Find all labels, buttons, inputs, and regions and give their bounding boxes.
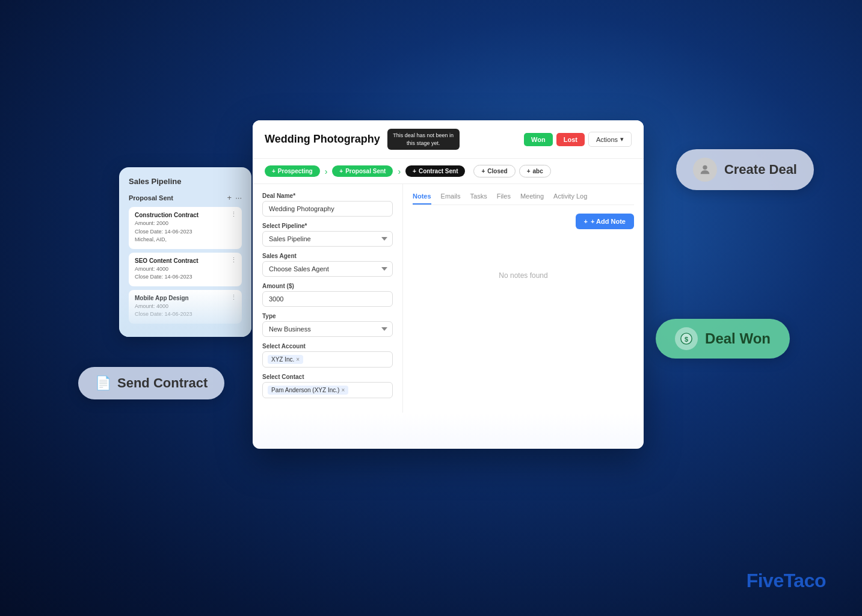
sales-agent-label: Sales Agent bbox=[262, 253, 393, 259]
amount-group: Amount ($) bbox=[262, 283, 393, 307]
svg-text:$: $ bbox=[685, 336, 688, 343]
sales-pipeline-card: Sales Pipeline Proposal Sent + ··· Const… bbox=[119, 167, 251, 337]
sales-pipeline-title: Sales Pipeline bbox=[129, 177, 242, 186]
contact-tag-label: Pam Anderson (XYZ Inc.) bbox=[271, 387, 339, 393]
deal-menu-icon[interactable]: ⋮ bbox=[230, 211, 237, 218]
sales-agent-select[interactable]: Choose Sales Agent bbox=[262, 261, 393, 277]
column-title: Proposal Sent bbox=[129, 194, 173, 202]
pipeline-steps: + Prospecting › + Proposal Sent › + Cont… bbox=[253, 159, 644, 184]
deal-name-group: Deal Name* bbox=[262, 192, 393, 217]
brand-name: FiveTaco bbox=[747, 570, 826, 591]
send-contract-bubble[interactable]: 📄 Send Contract bbox=[78, 367, 224, 399]
select-pipeline-group: Select Pipeline* Sales Pipeline bbox=[262, 223, 393, 247]
create-deal-avatar bbox=[693, 158, 717, 182]
actions-button[interactable]: Actions ▾ bbox=[588, 132, 632, 147]
deal-name: SEO Content Contract bbox=[135, 257, 236, 264]
contact-tag[interactable]: Pam Anderson (XYZ Inc.) × bbox=[268, 386, 348, 395]
deal-card[interactable]: Mobile App Design Amount: 4000 Close Dat… bbox=[129, 290, 242, 324]
deal-won-bubble[interactable]: $ Deal Won bbox=[656, 319, 790, 359]
tab-activity-log[interactable]: Activity Log bbox=[553, 192, 587, 205]
modal-header: Wedding Photography This deal has not be… bbox=[253, 120, 644, 159]
deal-meta: Amount: 2000 Close Date: 14-06-2023 Mich… bbox=[135, 220, 236, 244]
header-actions: Won Lost Actions ▾ bbox=[524, 132, 632, 147]
tab-meeting[interactable]: Meeting bbox=[520, 192, 544, 205]
account-tag-remove[interactable]: × bbox=[296, 356, 300, 363]
deal-name-input[interactable] bbox=[262, 201, 393, 217]
notes-tabs: Notes Emails Tasks Files Meeting Activit… bbox=[413, 192, 634, 205]
column-actions[interactable]: + ··· bbox=[227, 193, 242, 202]
modal-title: Wedding Photography bbox=[265, 133, 380, 146]
deal-won-label: Deal Won bbox=[705, 330, 771, 347]
select-contact-label: Select Contact bbox=[262, 374, 393, 380]
plus-icon: + bbox=[584, 218, 588, 225]
deal-name-label: Deal Name* bbox=[262, 192, 393, 199]
deal-card[interactable]: SEO Content Contract Amount: 4000 Close … bbox=[129, 253, 242, 286]
create-deal-label: Create Deal bbox=[724, 162, 797, 177]
svg-point-0 bbox=[703, 165, 707, 170]
select-account-input[interactable]: XYZ Inc. × bbox=[262, 351, 393, 368]
column-menu-icon[interactable]: ··· bbox=[235, 193, 242, 202]
add-deal-icon[interactable]: + bbox=[227, 193, 232, 202]
select-account-group: Select Account XYZ Inc. × bbox=[262, 343, 393, 368]
tab-files[interactable]: Files bbox=[497, 192, 511, 205]
select-pipeline-input[interactable]: Sales Pipeline bbox=[262, 231, 393, 247]
send-contract-label: Send Contract bbox=[117, 375, 208, 391]
amount-label: Amount ($) bbox=[262, 283, 393, 289]
modal-title-area: Wedding Photography This deal has not be… bbox=[265, 129, 460, 150]
tooltip-badge: This deal has not been in this stage yet… bbox=[387, 129, 460, 150]
add-note-button[interactable]: + + Add Note bbox=[576, 214, 634, 229]
deal-menu-icon[interactable]: ⋮ bbox=[230, 294, 237, 301]
step-arrow: › bbox=[325, 167, 328, 176]
tab-emails[interactable]: Emails bbox=[441, 192, 461, 205]
account-tag-label: XYZ Inc. bbox=[271, 356, 294, 363]
lost-button[interactable]: Lost bbox=[556, 133, 585, 146]
deal-form: Deal Name* Select Pipeline* Sales Pipeli… bbox=[253, 184, 403, 413]
won-button[interactable]: Won bbox=[524, 133, 553, 146]
crm-modal: Wedding Photography This deal has not be… bbox=[253, 120, 644, 449]
deal-name: Mobile App Design bbox=[135, 295, 236, 301]
account-tag[interactable]: XYZ Inc. × bbox=[268, 355, 303, 364]
chevron-down-icon: ▾ bbox=[620, 135, 624, 143]
select-contact-group: Select Contact Pam Anderson (XYZ Inc.) × bbox=[262, 374, 393, 398]
type-group: Type New Business bbox=[262, 313, 393, 337]
step-abc[interactable]: + abc bbox=[519, 165, 551, 177]
deal-name: Construction Contract bbox=[135, 212, 236, 218]
sales-agent-group: Sales Agent Choose Sales Agent bbox=[262, 253, 393, 277]
create-deal-bubble[interactable]: Create Deal bbox=[676, 149, 814, 190]
tab-notes[interactable]: Notes bbox=[413, 192, 431, 205]
deal-menu-icon[interactable]: ⋮ bbox=[230, 256, 237, 264]
modal-body: Deal Name* Select Pipeline* Sales Pipeli… bbox=[253, 184, 644, 413]
step-arrow: › bbox=[398, 167, 401, 176]
type-select[interactable]: New Business bbox=[262, 321, 393, 337]
step-contract-sent[interactable]: + Contract Sent bbox=[405, 165, 465, 177]
select-pipeline-label: Select Pipeline* bbox=[262, 223, 393, 229]
fivetaco-brand: FiveTaco bbox=[747, 570, 826, 592]
type-label: Type bbox=[262, 313, 393, 319]
amount-input[interactable] bbox=[262, 291, 393, 307]
no-notes-message: No notes found bbox=[413, 271, 634, 280]
step-closed[interactable]: + Closed bbox=[473, 165, 515, 177]
deal-won-icon: $ bbox=[675, 327, 698, 350]
deal-meta: Amount: 4000 Close Date: 14-06-2023 bbox=[135, 265, 236, 282]
pipeline-column-header: Proposal Sent + ··· bbox=[129, 193, 242, 202]
step-prospecting[interactable]: + Prospecting bbox=[265, 165, 320, 177]
contract-icon: 📄 bbox=[95, 375, 111, 391]
deal-meta: Amount: 4000 Close Date: 14-06-2023 bbox=[135, 303, 236, 319]
contact-tag-remove[interactable]: × bbox=[341, 387, 345, 393]
select-contact-input[interactable]: Pam Anderson (XYZ Inc.) × bbox=[262, 382, 393, 398]
tab-tasks[interactable]: Tasks bbox=[470, 192, 487, 205]
deal-card[interactable]: Construction Contract Amount: 2000 Close… bbox=[129, 207, 242, 249]
modal-notes: Notes Emails Tasks Files Meeting Activit… bbox=[403, 184, 644, 413]
step-proposal-sent[interactable]: + Proposal Sent bbox=[332, 165, 393, 177]
select-account-label: Select Account bbox=[262, 343, 393, 350]
